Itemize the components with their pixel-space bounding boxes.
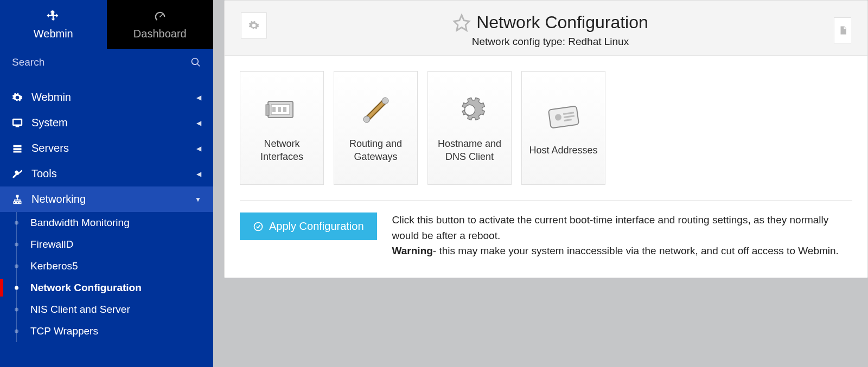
- id-card-icon: [546, 99, 581, 134]
- tab-webmin[interactable]: Webmin: [0, 0, 107, 49]
- apply-description: Click this button to activate the curren…: [392, 214, 829, 241]
- subnav-kerberos5[interactable]: Kerberos5: [0, 255, 213, 277]
- subnav-network-configuration[interactable]: Network Configuration: [0, 277, 213, 299]
- svg-point-14: [254, 222, 263, 230]
- webmin-logo-icon: [46, 9, 61, 24]
- nav-label: Tools: [31, 168, 57, 180]
- panel-header: Network Configuration Network config typ…: [225, 1, 867, 56]
- card-label: Host Addresses: [529, 144, 597, 157]
- card-label: Routing and Gateways: [340, 137, 412, 164]
- page-subtitle: Network config type: Redhat Linux: [272, 36, 828, 48]
- divider: [240, 200, 852, 201]
- card-routing-gateways[interactable]: Routing and Gateways: [334, 71, 418, 185]
- gear-icon: [12, 92, 23, 103]
- page-icon: [838, 25, 848, 35]
- module-config-button[interactable]: [241, 12, 267, 38]
- subnav-bandwidth[interactable]: Bandwidth Monitoring: [0, 212, 213, 234]
- chevron-left-icon: ◀: [196, 145, 201, 152]
- card-host-addresses[interactable]: Host Addresses: [521, 71, 605, 185]
- svg-rect-5: [278, 107, 281, 112]
- apply-row: Apply Configuration Click this button to…: [240, 213, 852, 259]
- tab-dashboard-label: Dashboard: [133, 28, 187, 40]
- svg-rect-6: [283, 107, 286, 112]
- nav-item-tools[interactable]: Tools ◀: [0, 161, 213, 186]
- warning-label: Warning: [392, 245, 433, 256]
- nav-item-system[interactable]: System ◀: [0, 110, 213, 136]
- subnav-networking: Bandwidth Monitoring FirewallD Kerberos5…: [0, 212, 213, 342]
- subnav-label: Network Configuration: [30, 282, 142, 294]
- subnav-label: FirewallD: [30, 239, 73, 250]
- chevron-left-icon: ◀: [196, 94, 201, 101]
- nav-item-webmin[interactable]: Webmin ◀: [0, 85, 213, 110]
- check-circle-icon: [253, 221, 264, 232]
- monitor-icon: [12, 118, 23, 128]
- title-row: Network Configuration: [272, 12, 828, 33]
- apply-text: Click this button to activate the curren…: [392, 213, 852, 259]
- tab-webmin-label: Webmin: [34, 28, 73, 40]
- dashboard-icon: [152, 9, 168, 24]
- panel-body: Network Interfaces Routing and Gateways …: [225, 56, 867, 278]
- nav-label: System: [31, 117, 68, 129]
- svg-rect-0: [16, 195, 19, 197]
- cards: Network Interfaces Routing and Gateways …: [240, 71, 852, 185]
- svg-point-7: [382, 98, 388, 104]
- header-right-button[interactable]: [834, 17, 851, 43]
- subnav-nis[interactable]: NIS Client and Server: [0, 299, 213, 320]
- routing-icon: [359, 93, 393, 127]
- nav-item-networking[interactable]: Networking ▼: [0, 186, 213, 212]
- card-label: Hostname and DNS Client: [433, 137, 506, 164]
- tab-dashboard[interactable]: Dashboard: [107, 0, 214, 49]
- card-network-interfaces[interactable]: Network Interfaces: [240, 71, 324, 185]
- warning-text: - this may make your system inaccessible…: [433, 245, 839, 256]
- subnav-label: Kerberos5: [30, 260, 78, 272]
- subnav-firewalld[interactable]: FirewallD: [0, 234, 213, 255]
- gear-icon: [248, 20, 259, 31]
- apply-button-label: Apply Configuration: [269, 220, 364, 233]
- nav-label: Webmin: [31, 91, 71, 104]
- gear-large-icon: [452, 93, 487, 127]
- subnav-label: TCP Wrappers: [30, 325, 98, 337]
- chevron-down-icon: ▼: [195, 196, 201, 203]
- card-label: Network Interfaces: [246, 137, 318, 164]
- page-title: Network Configuration: [476, 12, 648, 33]
- tools-icon: [12, 169, 23, 179]
- header-center: Network Configuration Network config typ…: [272, 12, 828, 48]
- svg-rect-4: [272, 107, 276, 112]
- svg-point-8: [363, 116, 370, 123]
- apply-configuration-button[interactable]: Apply Configuration: [240, 213, 377, 240]
- card-hostname-dns[interactable]: Hostname and DNS Client: [427, 71, 512, 185]
- top-tabs: Webmin Dashboard: [0, 0, 213, 49]
- sidebar: Webmin Dashboard Webmin ◀ System ◀ Serve…: [0, 0, 213, 367]
- network-icon: [12, 194, 23, 205]
- servers-icon: [12, 143, 23, 154]
- panel: Network Configuration Network config typ…: [224, 0, 868, 278]
- search-input[interactable]: [12, 56, 190, 68]
- svg-rect-3: [266, 105, 269, 115]
- subnav-tcp-wrappers[interactable]: TCP Wrappers: [0, 320, 213, 342]
- star-icon[interactable]: [452, 14, 471, 32]
- content: Network Configuration Network config typ…: [213, 0, 868, 367]
- chevron-left-icon: ◀: [196, 119, 201, 127]
- nav: Webmin ◀ System ◀ Servers ◀ Tools ◀ Netw…: [0, 85, 213, 342]
- subnav-label: NIS Client and Server: [30, 304, 130, 316]
- nav-item-servers[interactable]: Servers ◀: [0, 136, 213, 161]
- nav-label: Networking: [31, 193, 86, 205]
- search-icon[interactable]: [190, 57, 201, 68]
- subnav-label: Bandwidth Monitoring: [30, 217, 130, 229]
- network-card-icon: [265, 93, 299, 127]
- chevron-left-icon: ◀: [196, 170, 201, 178]
- search-row: [0, 49, 213, 76]
- nav-label: Servers: [31, 142, 69, 154]
